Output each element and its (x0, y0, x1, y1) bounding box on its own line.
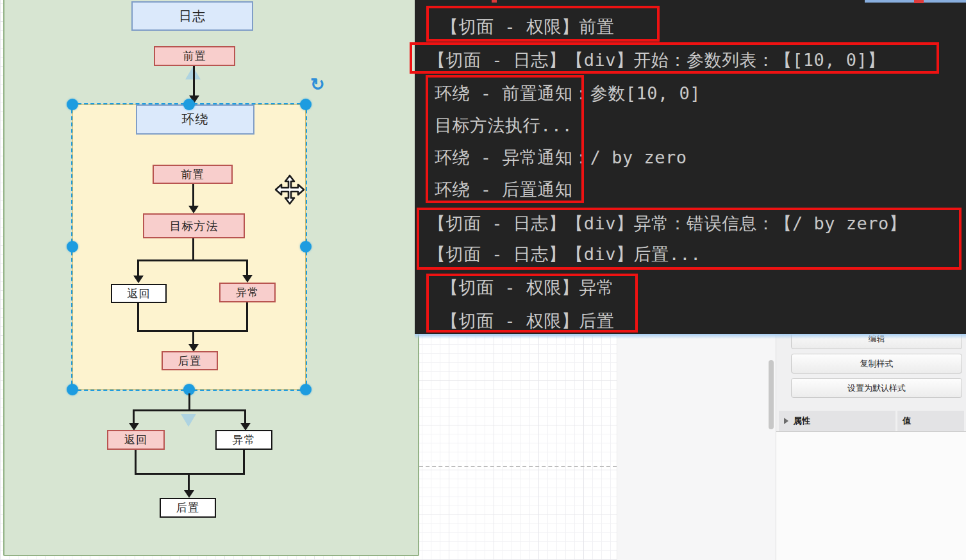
value-column-header[interactable]: 值 (897, 411, 964, 431)
app-window: 日志 前置 环绕 前置 目标方法 返回 异常 后置 ↻ 返回 异常 (0, 0, 966, 560)
selection-handle-ne[interactable] (300, 99, 312, 110)
node-log-label: 日志 (179, 8, 206, 25)
console-line: 【切面 - 权限】异常 (441, 276, 614, 299)
selection-handle-n[interactable] (183, 99, 195, 110)
cropped-annotation-fragment (492, 0, 497, 3)
node-around-label: 环绕 (182, 111, 209, 128)
console-line: 【切面 - 日志】【div】后置... (428, 243, 701, 266)
cropped-ui-fragment-red (914, 0, 924, 3)
rotate-handle-icon[interactable]: ↻ (310, 74, 325, 95)
console-line: 【切面 - 日志】【div】异常：错误信息：【/ by zero】 (428, 212, 906, 235)
set-default-style-button-label: 设置为默认样式 (847, 383, 906, 394)
console-line: 环绕 - 前置通知：参数[10, 0] (435, 82, 701, 105)
set-default-style-button[interactable]: 设置为默认样式 (791, 378, 962, 398)
canvas-scrollbar-thumb[interactable] (769, 360, 774, 429)
node-target-method[interactable]: 目标方法 (143, 213, 245, 238)
selection-handle-sw[interactable] (67, 384, 78, 395)
edge-segment (188, 473, 190, 491)
edge-segment (137, 259, 248, 261)
console-line: 【切面 - 日志】【div】开始：参数列表：【[10, 0]】 (428, 49, 885, 72)
console-bottom-glow (415, 334, 966, 339)
copy-style-button-label: 复制样式 (860, 358, 894, 370)
node-exception-outer-label: 异常 (233, 432, 256, 447)
node-exception-outer[interactable]: 异常 (215, 430, 272, 450)
node-return-outer[interactable]: 返回 (107, 430, 165, 450)
node-after-inner-label: 后置 (178, 354, 201, 368)
node-before-inner[interactable]: 前置 (153, 165, 233, 184)
arrowhead (188, 206, 199, 213)
console-output-overlay: 【切面 - 权限】前置 【切面 - 日志】【div】开始：参数列表：【[10, … (415, 0, 966, 334)
node-return-inner[interactable]: 返回 (111, 284, 167, 303)
node-target-method-label: 目标方法 (170, 218, 219, 234)
selection-handle-se[interactable] (300, 384, 312, 395)
rotate-glyph: ↻ (310, 75, 325, 94)
arrowhead (242, 275, 253, 283)
format-panel: 编辑 复制样式 设置为默认样式 属性 值 (776, 334, 966, 560)
edge-segment (243, 450, 245, 474)
console-line: 【切面 - 权限】前置 (441, 15, 614, 38)
edge-segment (192, 238, 194, 259)
selection-handle-w[interactable] (67, 241, 78, 252)
property-table-header: 属性 值 (776, 411, 966, 432)
node-after-outer-label: 后置 (176, 500, 199, 515)
edge-segment (246, 302, 248, 332)
edge-segment (135, 450, 137, 474)
edge-segment (135, 473, 245, 475)
edge-segment (188, 393, 190, 411)
move-cursor-icon[interactable] (274, 174, 305, 205)
edge-segment (137, 303, 139, 332)
ghost-arrow-down (181, 414, 196, 427)
node-return-inner-label: 返回 (128, 286, 151, 301)
node-before-inner-label: 前置 (181, 167, 204, 182)
node-after-outer[interactable]: 后置 (160, 498, 216, 518)
console-line: 环绕 - 异常通知：/ by zero (435, 146, 687, 169)
edge-segment (137, 259, 139, 276)
node-exception-inner[interactable]: 异常 (219, 283, 276, 302)
console-line: 目标方法执行... (435, 114, 572, 137)
edge-segment (133, 409, 246, 411)
node-around[interactable]: 环绕 (136, 104, 254, 135)
edge-segment (193, 66, 195, 95)
node-before-outer[interactable]: 前置 (154, 46, 235, 66)
node-after-inner[interactable]: 后置 (162, 351, 218, 370)
arrowhead (184, 490, 194, 498)
property-column-label: 属性 (794, 415, 810, 427)
edge-segment (246, 259, 248, 276)
console-line: 环绕 - 后置通知 (435, 178, 572, 201)
node-before-outer-label: 前置 (183, 49, 206, 63)
edge-segment (192, 184, 194, 206)
value-column-label: 值 (903, 415, 911, 427)
property-column-header[interactable]: 属性 (779, 411, 895, 431)
edge-segment (192, 332, 194, 345)
edge-segment (244, 409, 246, 424)
node-return-outer-label: 返回 (124, 432, 147, 447)
property-table-body (776, 432, 966, 560)
console-line: 【切面 - 权限】后置 (441, 309, 614, 333)
selection-handle-e[interactable] (300, 241, 312, 252)
arrowhead (133, 276, 144, 283)
expand-arrow-icon (784, 418, 788, 424)
node-log[interactable]: 日志 (131, 1, 253, 31)
copy-style-button[interactable]: 复制样式 (791, 354, 962, 374)
edge-segment (133, 409, 135, 424)
node-exception-inner-label: 异常 (236, 285, 259, 300)
page-break-line (419, 466, 617, 467)
selection-handle-nw[interactable] (67, 99, 78, 110)
